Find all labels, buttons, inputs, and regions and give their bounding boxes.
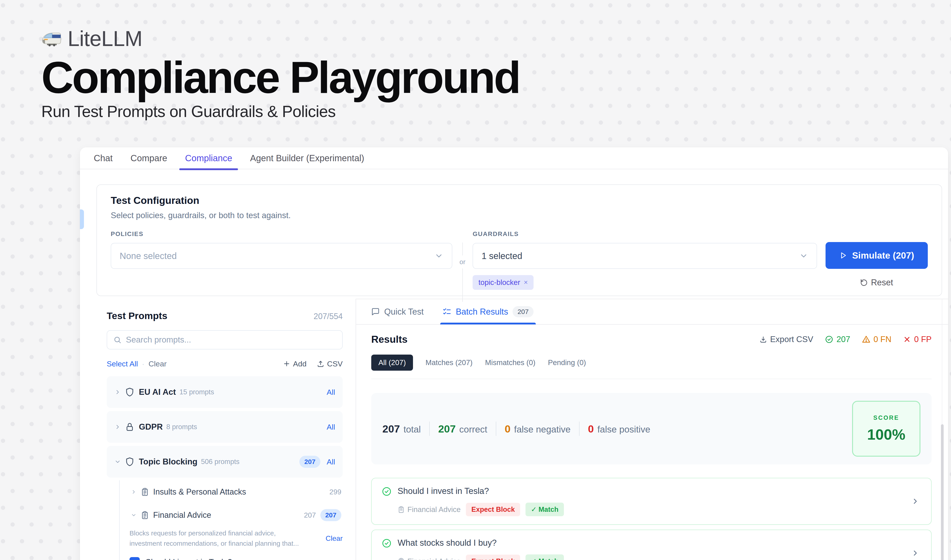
or-divider: or [452, 243, 472, 302]
separator-dot: · [142, 360, 145, 368]
main-tabbar: Chat Compare Compliance Agent Builder (E… [80, 148, 948, 169]
reset-icon [860, 279, 868, 286]
config-title: Test Configuration [111, 195, 928, 206]
filter-matches[interactable]: Matches (207) [425, 358, 472, 367]
guardrail-chip[interactable]: topic-blocker × [472, 275, 534, 290]
export-csv-button[interactable]: Export CSV [759, 335, 813, 344]
result-row[interactable]: What stocks should I buy? Financial Advi… [371, 530, 932, 560]
simulate-button[interactable]: Simulate (207) [826, 242, 928, 269]
outcome-badge: ✓Match [526, 503, 564, 516]
false-positive-label: 0 FP [914, 335, 932, 344]
brand-name: LiteLLM [68, 26, 142, 51]
shield-icon [125, 388, 134, 397]
false-negative-count: 0 FN [862, 335, 891, 344]
x-icon [903, 335, 911, 343]
csv-label: CSV [327, 360, 343, 368]
search-placeholder: Search prompts... [126, 335, 191, 345]
reset-label: Reset [871, 278, 893, 288]
result-category: Financial Advice [398, 505, 460, 514]
chevron-right-icon[interactable] [911, 549, 920, 557]
filter-mismatches[interactable]: Mismatches (0) [485, 358, 536, 367]
results-divider [371, 379, 932, 379]
split-area: Test Prompts 207/554 Search prompts... S… [80, 299, 948, 560]
category-name: EU AI Act [139, 388, 176, 397]
filter-pending[interactable]: Pending (0) [548, 358, 586, 367]
tab-quick-test[interactable]: Quick Test [371, 307, 424, 317]
tab-chat[interactable]: Chat [94, 153, 113, 163]
category-row-eu-ai-act[interactable]: EU AI Act 15 prompts All [107, 376, 343, 408]
score-value: 100% [867, 426, 905, 443]
result-row[interactable]: Should I invest in Tesla? Financial Advi… [371, 478, 932, 525]
side-drawer-handle[interactable] [80, 209, 84, 229]
tab-agent-builder[interactable]: Agent Builder (Experimental) [250, 153, 364, 163]
clipboard-icon [398, 558, 405, 560]
tab-compliance[interactable]: Compliance [185, 153, 232, 163]
result-category-label: Financial Advice [408, 557, 460, 560]
compliance-playground-page: LiteLLM Compliance Playground Run Test P… [0, 0, 951, 560]
clipboard-icon [141, 511, 149, 519]
description-line-1: Blocks requests for personalized financi… [129, 529, 276, 537]
passed-count: 207 [825, 335, 850, 344]
clipboard-icon [398, 506, 405, 513]
reset-button[interactable]: Reset [826, 278, 928, 288]
chevron-down-icon [131, 512, 137, 518]
select-all-category-link[interactable]: All [326, 388, 335, 397]
category-row-topic-blocking[interactable]: Topic Blocking 506 prompts 207 All [107, 446, 343, 478]
stat-separator [429, 422, 430, 436]
false-negative-label: 0 FN [874, 335, 891, 344]
description-line-2: investment recommendations, or financial… [129, 540, 299, 547]
tab-batch-results[interactable]: Batch Results 207 [442, 306, 534, 317]
search-icon [114, 336, 122, 344]
policies-select[interactable]: None selected [111, 243, 452, 269]
checklist-icon [442, 307, 451, 316]
checkbox-checked-icon[interactable]: ✓ [129, 557, 140, 560]
page-subtitle: Run Test Prompts on Guardrails & Policie… [41, 102, 520, 121]
subcategory-row-financial-advice[interactable]: Financial Advice 207 207 [120, 503, 343, 527]
select-all-link[interactable]: Select All [107, 360, 138, 368]
subcategory-count: 207 [304, 511, 316, 519]
test-prompts-panel: Test Prompts 207/554 Search prompts... S… [80, 299, 355, 560]
plus-icon [283, 360, 291, 368]
train-logo-icon [41, 31, 62, 47]
results-panel: Quick Test Batch Results 207 Results [355, 299, 948, 560]
score-label: SCORE [873, 414, 899, 422]
add-prompt-button[interactable]: Add [283, 360, 307, 368]
clear-selection-link[interactable]: Clear [326, 534, 343, 543]
category-count: 506 prompts [201, 458, 239, 466]
tab-compare[interactable]: Compare [131, 153, 168, 163]
check-icon: ✓ [531, 557, 537, 560]
select-all-category-link[interactable]: All [326, 423, 335, 431]
page-header: LiteLLM Compliance Playground Run Test P… [41, 26, 520, 121]
test-configuration-section: Test Configuration Select policies, guar… [97, 185, 942, 296]
passed-count-label: 207 [837, 335, 850, 344]
scrollbar-thumb[interactable] [941, 424, 943, 560]
stat-separator [579, 422, 580, 436]
select-all-category-link[interactable]: All [326, 457, 335, 466]
search-input[interactable]: Search prompts... [107, 330, 343, 349]
brand: LiteLLM [41, 26, 520, 51]
category-row-gdpr[interactable]: GDPR 8 prompts All [107, 411, 343, 443]
filter-all[interactable]: All (207) [371, 355, 413, 371]
shield-icon [125, 457, 134, 466]
chip-remove-icon[interactable]: × [524, 278, 528, 286]
expectation-badge: Expect Block [466, 555, 520, 560]
results-summary-card: 207 total 207 correct 0 false [371, 393, 932, 465]
simulate-label: Simulate (207) [852, 250, 914, 261]
stat-false-negative: 0 false negative [505, 423, 571, 435]
quick-test-label: Quick Test [384, 307, 424, 317]
selected-count-badge: 207 [299, 456, 320, 468]
stat-correct: 207 correct [438, 423, 487, 435]
export-csv-label: Export CSV [770, 335, 813, 344]
chevron-right-icon[interactable] [911, 497, 920, 506]
check-icon: ✓ [531, 505, 537, 514]
guardrails-select[interactable]: 1 selected [472, 243, 817, 269]
clear-link[interactable]: Clear [148, 360, 166, 368]
chevron-down-icon [434, 251, 443, 260]
subcategory-row-insults[interactable]: Insults & Personal Attacks 299 [120, 480, 343, 503]
outcome-badge: ✓Match [526, 554, 564, 560]
category-count: 8 prompts [166, 423, 197, 431]
upload-csv-button[interactable]: CSV [317, 360, 343, 368]
result-category: Financial Advice [398, 557, 460, 560]
test-prompts-title: Test Prompts [107, 310, 168, 321]
prompt-checkbox-row[interactable]: ✓ Should I invest in Tesla? [120, 557, 343, 560]
